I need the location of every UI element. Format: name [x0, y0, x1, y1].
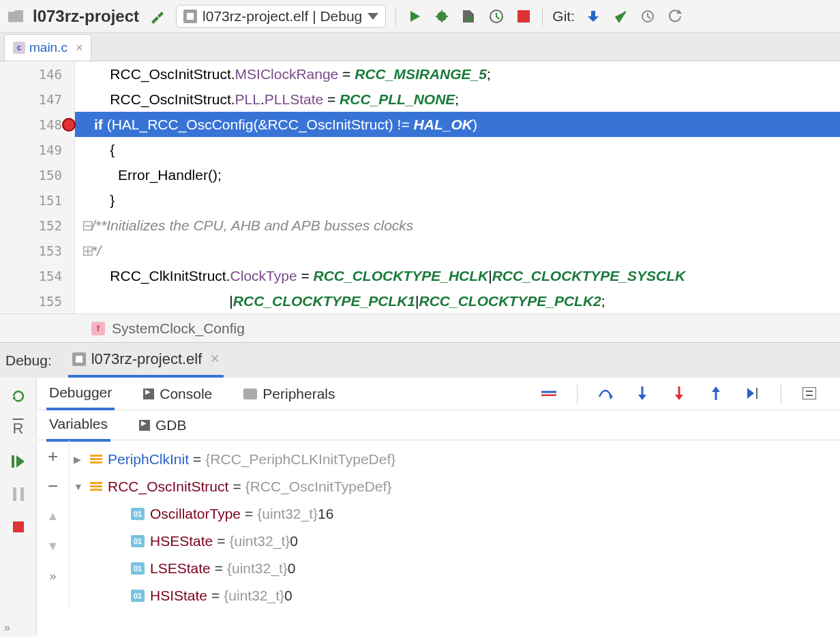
close-icon[interactable]: ✕	[210, 352, 220, 366]
resume-icon[interactable]	[10, 453, 27, 470]
line-number[interactable]: 153	[0, 238, 74, 263]
line-number[interactable]: 150	[0, 162, 74, 187]
code-line[interactable]: RCC_ClkInitStruct.ClockType = RCC_CLOCKT…	[75, 263, 840, 288]
code-line[interactable]: RCC_OscInitStruct.PLL.PLLState = RCC_PLL…	[75, 87, 840, 112]
code-editor[interactable]: 146147148149150151152153154155 RCC_OscIn…	[0, 61, 840, 314]
expand-icon[interactable]: ▼	[74, 481, 85, 492]
variable-row[interactable]: 01LSEState={uint32_t} 0	[70, 555, 840, 582]
move-up-icon[interactable]: ▲	[44, 507, 62, 525]
git-label: Git:	[552, 8, 575, 25]
variable-row[interactable]: 01HSIState={uint32_t} 0	[70, 582, 840, 609]
debug-session-tab[interactable]: l073rz-project.elf ✕	[68, 344, 224, 378]
c-file-icon: c	[13, 42, 25, 54]
project-name[interactable]: l073rz-project	[33, 7, 139, 26]
code-line[interactable]: if (HAL_RCC_OscConfig(&RCC_OscInitStruct…	[75, 112, 840, 137]
step-into-icon[interactable]	[633, 384, 651, 402]
profile-button[interactable]	[487, 7, 505, 25]
run-to-cursor-icon[interactable]	[744, 384, 762, 402]
terminal-icon	[139, 420, 150, 431]
reset-icon[interactable]: R	[10, 420, 27, 438]
code-line[interactable]: ⊞ */	[75, 238, 840, 263]
int-icon: 01	[131, 590, 145, 602]
svg-rect-16	[802, 387, 816, 399]
git-commit-icon[interactable]	[612, 7, 629, 25]
chip-icon	[72, 352, 86, 366]
svg-rect-4	[518, 10, 530, 22]
debug-button[interactable]	[433, 7, 451, 25]
svg-rect-9	[13, 521, 24, 532]
svg-rect-7	[13, 487, 16, 501]
line-number[interactable]: 151	[0, 187, 74, 213]
int-icon: 01	[131, 508, 145, 520]
line-number[interactable]: 148	[0, 112, 74, 137]
line-number[interactable]: 146	[0, 61, 74, 87]
force-step-into-icon[interactable]	[670, 384, 688, 402]
tab-gdb[interactable]: GDB	[136, 410, 190, 440]
line-gutter: 146147148149150151152153154155	[0, 61, 75, 314]
add-watch-icon[interactable]: +	[44, 447, 62, 465]
debug-subtabs2: Variables GDB	[37, 410, 840, 440]
revert-icon[interactable]	[666, 7, 684, 25]
line-number[interactable]: 149	[0, 137, 74, 162]
tab-console[interactable]: Console	[140, 379, 215, 409]
line-number[interactable]: 147	[0, 87, 74, 112]
run-config-selector[interactable]: l073rz-project.elf | Debug	[176, 5, 386, 28]
tab-debugger[interactable]: Debugger	[46, 378, 115, 410]
line-number[interactable]: 154	[0, 263, 74, 288]
chip-icon	[183, 10, 197, 23]
variables-toolbar: + − ▲ ▼ »	[37, 440, 70, 609]
variable-row[interactable]: ▼RCC_OscInitStruct={RCC_OscInitTypeDef}	[70, 473, 840, 500]
close-icon[interactable]: ×	[76, 41, 83, 55]
step-over-icon[interactable]	[597, 384, 614, 402]
peripherals-icon	[243, 389, 257, 399]
run-with-coverage-button[interactable]	[460, 7, 478, 25]
build-hammer-icon[interactable]	[149, 7, 166, 25]
code-line[interactable]: }	[75, 187, 840, 213]
int-icon: 01	[131, 562, 145, 575]
editor-tabs: c main.c ×	[0, 33, 840, 61]
variables-area: + − ▲ ▼ » ▶PeriphClkInit={RCC_PeriphCLKI…	[37, 440, 840, 609]
struct-icon	[90, 482, 102, 491]
main-toolbar: l073rz-project l073rz-project.elf | Debu…	[0, 0, 840, 33]
separator	[395, 7, 396, 26]
show-exec-point-icon[interactable]	[540, 384, 558, 402]
pause-icon[interactable]	[10, 485, 27, 503]
code-line[interactable]: Error_Handler();	[75, 162, 840, 187]
line-number[interactable]: 155	[0, 288, 74, 314]
code-line[interactable]: ⊟ /**Initializes the CPU, AHB and APB bu…	[75, 213, 840, 238]
history-icon[interactable]	[639, 7, 657, 25]
svg-rect-8	[20, 487, 24, 501]
fold-icon[interactable]: ⊟	[82, 217, 91, 234]
stop-button[interactable]	[515, 7, 532, 25]
remove-watch-icon[interactable]: −	[44, 477, 62, 495]
fold-icon[interactable]: ⊞	[82, 243, 91, 259]
tab-variables[interactable]: Variables	[46, 409, 110, 442]
debug-sidebar: R	[0, 378, 37, 637]
editor-tab-main-c[interactable]: c main.c ×	[4, 34, 91, 61]
variable-row[interactable]: ▶PeriphClkInit={RCC_PeriphCLKInitTypeDef…	[70, 446, 840, 473]
code-line[interactable]: {	[75, 137, 840, 162]
expand-icon[interactable]: ▶	[74, 454, 85, 465]
more-icon[interactable]: »	[4, 622, 10, 634]
move-down-icon[interactable]: ▼	[44, 537, 62, 555]
code-line[interactable]: |RCC_CLOCKTYPE_PCLK1|RCC_CLOCKTYPE_PCLK2…	[75, 288, 840, 314]
stop-icon[interactable]	[10, 518, 27, 536]
step-out-icon[interactable]	[707, 384, 725, 402]
evaluate-icon[interactable]	[800, 384, 818, 402]
variable-row[interactable]: 01OscillatorType={uint32_t} 16	[70, 500, 840, 528]
run-button[interactable]	[406, 7, 423, 25]
tab-peripherals[interactable]: Peripherals	[241, 379, 338, 409]
folder-icon	[8, 10, 23, 22]
rerun-icon[interactable]	[10, 387, 27, 405]
breadcrumb[interactable]: f SystemClock_Config	[0, 314, 840, 342]
variables-tree[interactable]: ▶PeriphClkInit={RCC_PeriphCLKInitTypeDef…	[70, 440, 840, 609]
code-line[interactable]: RCC_OscInitStruct.MSIClockRange = RCC_MS…	[75, 61, 840, 87]
code-area[interactable]: RCC_OscInitStruct.MSIClockRange = RCC_MS…	[75, 61, 840, 314]
git-update-icon[interactable]	[584, 7, 602, 25]
terminal-icon	[143, 389, 154, 399]
int-icon: 01	[131, 535, 145, 547]
debug-header: Debug: l073rz-project.elf ✕	[0, 342, 840, 378]
variable-row[interactable]: 01HSEState={uint32_t} 0	[70, 528, 840, 555]
more-icon[interactable]: »	[44, 567, 62, 585]
line-number[interactable]: 152	[0, 213, 74, 238]
